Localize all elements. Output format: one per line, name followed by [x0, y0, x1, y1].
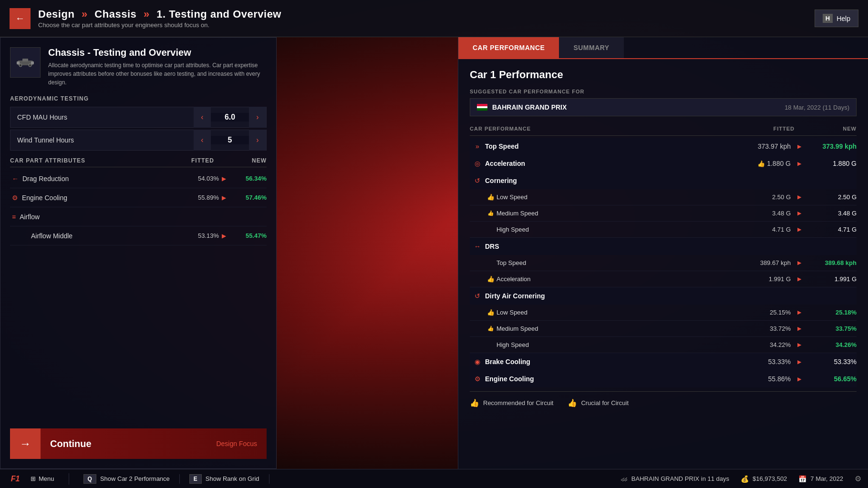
panel-info: Chassis - Testing and Overview Allocate … — [48, 47, 267, 87]
svg-point-5 — [29, 64, 31, 67]
airflow-name: ≡ Airflow — [10, 213, 176, 221]
medspeed-arrow: ▶ — [795, 210, 804, 216]
lowspeed-fitted: 2.50 G — [733, 193, 795, 201]
engine-arrow: ▶ — [219, 194, 228, 201]
cfd-decrease-btn[interactable]: ‹ — [194, 107, 211, 128]
cornering-name: Cornering — [485, 177, 733, 184]
tab-summary[interactable]: SUMMARY — [559, 37, 623, 58]
back-button[interactable]: ← — [10, 8, 31, 29]
money-icon: 💰 — [741, 475, 749, 483]
menu-grid-icon: ⊞ — [31, 475, 36, 482]
attr-table-header: CAR PART ATTRIBUTES FITTED NEW — [10, 157, 267, 167]
panel-desc: Allocate aerodynamic testing time to opt… — [48, 61, 267, 87]
dirty-med-name: Medium Speed — [496, 325, 733, 332]
cfd-increase-btn[interactable]: › — [249, 107, 266, 128]
engine-cooling-new: 56.65% — [804, 375, 857, 383]
airflow-middle-new: 55.47% — [228, 232, 267, 239]
panel-header: Chassis - Testing and Overview Allocate … — [10, 47, 267, 87]
perf-row-lowspeed: 👍 Low Speed 2.50 G ▶ 2.50 G — [470, 189, 857, 205]
engine-new: 57.46% — [228, 194, 267, 201]
chassis-icon — [10, 47, 41, 78]
svg-point-4 — [19, 64, 22, 67]
help-button[interactable]: H Help — [815, 10, 858, 27]
perf-row-dirty: ↺ Dirty Air Cornering — [470, 287, 857, 305]
drag-fitted: 54.03% — [176, 175, 219, 182]
recommended-icon: 👍 — [470, 398, 479, 407]
shortcut-rank[interactable]: E Show Rank on Grid — [180, 474, 269, 484]
menu-label: Menu — [39, 475, 54, 482]
drag-name: ← Drag Reduction — [10, 175, 176, 183]
perf-row-drs: ↔ DRS — [470, 238, 857, 255]
drs-name: DRS — [485, 243, 733, 250]
gp-status-text: BAHRAIN GRAND PRIX in 11 days — [631, 475, 729, 482]
drs-accel-name: Acceleration — [496, 275, 733, 283]
divider — [69, 473, 69, 485]
date-text: 7 Mar, 2022 — [810, 475, 843, 482]
medspeed-icon: 👍 — [485, 210, 496, 216]
perf-row-drs-topspeed: Top Speed 389.67 kph ▶ 389.68 kph — [470, 255, 857, 271]
attr-table: CAR PART ATTRIBUTES FITTED NEW ← Drag Re… — [10, 157, 267, 245]
drs-accel-arrow: ▶ — [795, 276, 804, 282]
menu-button[interactable]: ⊞ Menu — [31, 475, 54, 482]
perf-row-brake: ◉ Brake Cooling 53.33% ▶ 53.33% — [470, 353, 857, 370]
dirty-icon: ↺ — [470, 292, 485, 300]
cfd-value: 6.0 — [211, 113, 249, 122]
aero-row-cfd: CFD MAU Hours ‹ 6.0 › — [10, 107, 267, 128]
wind-increase-btn[interactable]: › — [249, 130, 266, 151]
aero-row-wind: Wind Tunnel Hours ‹ 5 › — [10, 130, 267, 151]
lowspeed-icon: 👍 — [485, 193, 496, 201]
dirty-med-new: 33.75% — [804, 325, 857, 332]
brake-arrow: ▶ — [795, 359, 804, 365]
dirty-low-arrow: ▶ — [795, 309, 804, 315]
attr-row-engine: ⚙ Engine Cooling 55.89% ▶ 57.46% — [10, 188, 267, 207]
dirty-high-fitted: 34.22% — [733, 341, 795, 348]
drs-accel-new: 1.991 G — [804, 275, 857, 283]
continue-button[interactable]: → Continue Design Focus — [10, 428, 267, 459]
dirty-med-arrow: ▶ — [795, 325, 804, 332]
right-content: Car 1 Performance SUGGESTED CAR PERFORMA… — [458, 59, 868, 469]
accel-new: 1.880 G — [804, 160, 857, 167]
bottom-status: 🏎 BAHRAIN GRAND PRIX in 11 days 💰 $16,97… — [621, 474, 861, 483]
perf-row-topspeed: » Top Speed 373.97 kph ▶ 373.99 kph — [470, 138, 857, 155]
gp-status: 🏎 BAHRAIN GRAND PRIX in 11 days — [621, 475, 729, 483]
attr-col-name: CAR PART ATTRIBUTES — [10, 157, 171, 164]
help-label: Help — [837, 15, 850, 22]
shortcut-car2[interactable]: Q Show Car 2 Performance — [74, 474, 180, 484]
wind-value: 5 — [211, 136, 249, 144]
tab-car-performance[interactable]: CAR PERFORMANCE — [458, 37, 559, 58]
shortcut1-key: Q — [83, 474, 96, 484]
drs-topspeed-name: Top Speed — [496, 259, 733, 266]
dirty-med-icon: 👍 — [485, 325, 496, 332]
highspeed-fitted: 4.71 G — [733, 226, 795, 233]
wind-decrease-btn[interactable]: ‹ — [194, 130, 211, 151]
dirty-high-name: High Speed — [496, 341, 733, 348]
accel-arrow: ▶ — [795, 161, 804, 167]
medspeed-new: 3.48 G — [804, 210, 857, 217]
wind-label: Wind Tunnel Hours — [10, 136, 194, 144]
perf-col-fitted: FITTED — [733, 126, 795, 132]
panel-title: Chassis - Testing and Overview — [48, 47, 267, 58]
topspeed-new: 373.99 kph — [804, 142, 857, 150]
legend-crucial: 👍 Crucial for Circuit — [568, 398, 629, 407]
highspeed-arrow: ▶ — [795, 226, 804, 233]
engine-cooling-arrow: ▶ — [795, 376, 804, 382]
engine-cooling-name: Engine Cooling — [485, 375, 733, 383]
f1-logo-text: F1 — [11, 475, 20, 483]
help-key: H — [823, 14, 833, 23]
accel-fitted: 👍 1.880 G — [733, 160, 795, 167]
brake-new: 53.33% — [804, 358, 857, 366]
settings-icon[interactable]: ⚙ — [855, 474, 861, 483]
suggested-gp-date: 18 Mar, 2022 (11 Days) — [785, 104, 849, 111]
lowspeed-name: Low Speed — [496, 193, 733, 201]
suggested-gp-row: BAHRAIN GRAND PRIX 18 Mar, 2022 (11 Days… — [470, 98, 857, 116]
bahrain-flag-icon — [477, 104, 487, 111]
legend-row: 👍 Recommended for Circuit 👍 Crucial for … — [470, 391, 857, 407]
attr-col-new: NEW — [224, 157, 267, 164]
highspeed-name: High Speed — [496, 226, 733, 233]
brake-name: Brake Cooling — [485, 358, 733, 366]
breadcrumb: Design » Chassis » 1. Testing and Overvi… — [38, 8, 815, 20]
header-title-block: Design » Chassis » 1. Testing and Overvi… — [38, 8, 815, 29]
drs-icon: ↔ — [470, 243, 485, 250]
header-subtitle: Choose the car part attributes your engi… — [38, 21, 815, 29]
suggested-label: SUGGESTED CAR PERFORMANCE FOR — [470, 89, 857, 94]
